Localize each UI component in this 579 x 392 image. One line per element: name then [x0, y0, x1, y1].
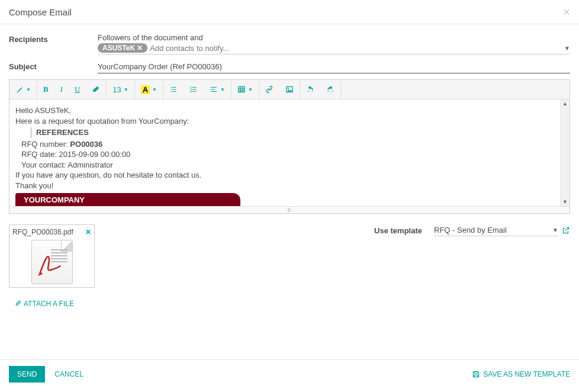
image-button[interactable] [279, 80, 300, 99]
editor: ▼ B I U 13 ▼ [9, 79, 570, 214]
table-icon [237, 85, 246, 94]
save-template-label: SAVE AS NEW TEMPLATE [483, 370, 570, 378]
pdf-swoosh-icon [36, 251, 62, 277]
bottom-section: RFQ_PO00036.pdf ✕ ATTACH A FILE [9, 224, 570, 309]
compose-email-modal: Compose Email × Recipients Followers of … [0, 0, 579, 388]
rfq-date-line: RFQ date: 2015-09-09 00:00:00 [15, 149, 564, 160]
image-icon [285, 85, 294, 94]
attachment-area: RFQ_PO00036.pdf ✕ ATTACH A FILE [9, 224, 95, 309]
link-icon [265, 85, 274, 94]
cancel-button[interactable]: CANCEL [54, 370, 83, 378]
font-color-dropdown[interactable]: A ▼ [135, 80, 163, 99]
template-selected: RFQ - Send by Email [434, 226, 507, 234]
body-intro: Here is a request for quotation from You… [15, 116, 564, 127]
template-dropdown-icon: ▼ [552, 227, 558, 233]
font-color-icon: A [141, 85, 150, 94]
followers-text: Followers of the document and [98, 33, 570, 42]
remove-attachment-icon[interactable]: ✕ [85, 228, 91, 236]
link-button[interactable] [259, 80, 279, 99]
editor-scrollbar[interactable]: ▲ ▼ [560, 99, 570, 206]
magic-wand-icon [15, 85, 24, 94]
undo-button[interactable] [300, 80, 320, 99]
underline-button[interactable]: U [69, 80, 86, 99]
email-body-editor[interactable]: Hello ASUSTeK, Here is a request for quo… [9, 99, 570, 206]
redo-button[interactable] [320, 80, 340, 99]
subject-input[interactable] [98, 60, 570, 73]
body-greeting: Hello ASUSTeK, [15, 105, 564, 116]
undo-icon [306, 85, 314, 94]
ol-icon [189, 85, 198, 94]
scroll-up-icon[interactable]: ▲ [561, 99, 570, 108]
subject-row: Subject [9, 60, 570, 73]
table-dropdown[interactable]: ▼ [231, 80, 259, 99]
references-header: REFERENCES [31, 127, 564, 138]
bold-button[interactable]: B [37, 80, 54, 99]
editor-toolbar: ▼ B I U 13 ▼ [9, 80, 570, 99]
send-button[interactable]: SEND [9, 366, 45, 383]
scroll-down-icon[interactable]: ▼ [561, 198, 570, 206]
paperclip-icon [15, 300, 22, 307]
footer-left: SEND CANCEL [9, 366, 83, 383]
close-icon[interactable]: × [563, 6, 570, 18]
template-section: Use template RFQ - Send by Email ▼ [374, 224, 570, 236]
recipients-input-line[interactable]: ASUSTeK ✕ ▼ [98, 43, 570, 54]
recipient-tag-label: ASUSTeK [102, 44, 135, 52]
pdf-file-icon [31, 240, 73, 284]
eraser-icon [92, 85, 100, 94]
attach-file-button[interactable]: ATTACH A FILE [15, 300, 74, 308]
use-template-label: Use template [374, 226, 422, 235]
redo-icon [326, 85, 334, 94]
contact-line: Your contact: Administrator [15, 160, 564, 171]
subject-label: Subject [9, 60, 98, 71]
recipients-label: Recipients [9, 33, 98, 44]
ordered-list-button[interactable] [184, 80, 204, 99]
editor-area: Hello ASUSTeK, Here is a request for quo… [9, 99, 570, 206]
ul-icon [169, 85, 178, 94]
modal-body: Recipients Followers of the document and… [0, 24, 579, 318]
question-line: If you have any question, do not hesitat… [15, 170, 564, 181]
style-dropdown[interactable]: ▼ [9, 80, 37, 99]
attach-file-label: ATTACH A FILE [24, 300, 74, 308]
rfq-number-line: RFQ number: PO00036 [15, 139, 564, 150]
save-icon [472, 370, 480, 378]
unordered-list-button[interactable] [163, 80, 184, 99]
open-template-external-icon[interactable] [562, 226, 570, 234]
align-icon [210, 85, 218, 94]
recipients-row: Recipients Followers of the document and… [9, 33, 570, 54]
modal-title: Compose Email [9, 7, 72, 17]
italic-button[interactable]: I [54, 80, 69, 99]
company-banner: YOURCOMPANY [15, 193, 240, 206]
font-size-dropdown[interactable]: 13 ▼ [107, 80, 134, 99]
modal-footer: SEND CANCEL SAVE AS NEW TEMPLATE [0, 359, 579, 388]
modal-header: Compose Email × [0, 0, 579, 24]
subject-field [98, 60, 570, 73]
recipients-field: Followers of the document and ASUSTeK ✕ … [98, 33, 570, 54]
align-dropdown[interactable]: ▼ [204, 80, 231, 99]
editor-resize-handle[interactable]: ≡ [9, 206, 570, 213]
template-dropdown[interactable]: RFQ - Send by Email ▼ [434, 224, 558, 236]
remove-tag-icon[interactable]: ✕ [137, 44, 143, 52]
recipient-tag: ASUSTeK ✕ [98, 43, 147, 53]
svg-point-0 [287, 88, 288, 89]
thank-you-line: Thank you! [15, 181, 564, 191]
attachment-filename: RFQ_PO00036.pdf [12, 228, 73, 236]
add-contacts-input[interactable] [150, 44, 561, 53]
remove-format-button[interactable] [86, 80, 106, 99]
recipients-dropdown-icon[interactable]: ▼ [564, 45, 570, 52]
font-size-value: 13 [112, 85, 121, 94]
external-link-icon [562, 226, 570, 234]
save-as-template-button[interactable]: SAVE AS NEW TEMPLATE [472, 370, 570, 378]
attachment-name-row: RFQ_PO00036.pdf ✕ [12, 228, 91, 236]
attachment-card[interactable]: RFQ_PO00036.pdf ✕ [9, 224, 95, 288]
